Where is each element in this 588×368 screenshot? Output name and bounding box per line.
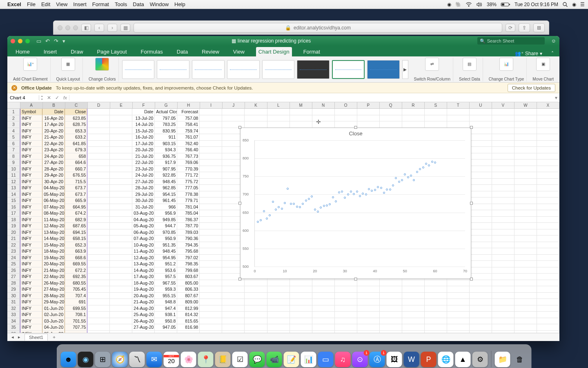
qat-undo-icon[interactable]: ↶ [45,38,50,44]
menu-data[interactable]: Data [133,1,144,7]
dock-settings[interactable]: ⚙ [472,352,488,367]
dock-powerpoint[interactable]: P [421,352,437,367]
dock-maps[interactable]: 📍 [198,352,214,367]
dock-notes[interactable]: 📝 [284,352,299,367]
chart-style-5[interactable] [262,60,295,79]
share-button[interactable]: 👥⁺Share▾ [515,51,542,56]
chart-style-6[interactable] [297,60,330,79]
control-center-icon[interactable]: ☰ [580,2,585,7]
siri-icon[interactable]: ◉ [572,2,576,7]
tab-view[interactable]: View [231,47,247,56]
tab-draw[interactable]: Draw [68,47,85,56]
dock-trash[interactable]: 🗑 [512,352,528,367]
address-bar[interactable]: 🔒 editor.analyticsvidhya.com [134,23,502,33]
add-sheet-button[interactable]: ＋ [52,334,56,340]
battery-icon[interactable] [501,2,510,7]
chart-title[interactable]: Close [241,128,471,137]
dock-downloads[interactable]: 📁 [495,352,510,367]
tab-page-layout[interactable]: Page Layout [95,47,129,56]
chart-style-3[interactable] [192,60,225,79]
quick-layout-button[interactable]: ▦ Quick Layout [54,58,83,81]
chart-style-7-selected[interactable] [332,60,365,79]
dock-podcasts[interactable]: ⊙1 [352,352,368,367]
tab-chart-design[interactable]: Chart Design [256,47,292,56]
dock-vlc[interactable]: ▲ [455,352,471,367]
add-chart-element-button[interactable]: 📊⁺ Add Chart Element [11,58,51,81]
spreadsheet-grid[interactable]: ABCDEFGHIJKLMNOPQRSTUVWX 1SymbolDateClos… [7,102,559,333]
share-button[interactable]: ⇪ [519,23,530,32]
volume-icon[interactable] [476,2,483,7]
dock-reminders[interactable]: ☑ [232,352,248,367]
dock-music[interactable]: ♫ [335,352,351,367]
chart-styles-more[interactable]: ▸ [402,60,408,79]
dock-mail[interactable]: ✉ [147,352,162,367]
chart-object[interactable]: Close 5005506006507007508008500102030405… [240,128,471,279]
fx-icon[interactable]: fx [63,95,67,100]
close-icon[interactable] [58,25,62,30]
zoom-icon[interactable] [73,25,78,30]
dock-contacts[interactable]: 📒 [215,352,231,367]
reload-button[interactable]: ⟳ [506,24,515,32]
change-colors-button[interactable]: Change Colors [86,58,119,81]
window-controls[interactable] [58,25,78,30]
dock-keynote[interactable]: ▭ [318,352,334,367]
clock[interactable]: Tue 20 Oct 9:16 PM [514,2,558,7]
tabs-overview-button[interactable]: ⊞ [533,23,545,32]
chart-plot-area[interactable]: 500550600650700750800850010203040506070 [254,140,465,267]
menu-file[interactable]: File [27,1,36,7]
sheet-nav-last[interactable]: ▸ [18,334,20,340]
menu-view[interactable]: View [56,1,67,7]
dock-numbers[interactable]: 📊 [301,352,316,367]
select-data-button[interactable]: ▤ Select Data [457,58,483,81]
dock-photos[interactable]: 🌸 [181,352,196,367]
check-for-updates-button[interactable]: Check for Updates [508,84,555,92]
qat-autosave-icon[interactable]: ▭ [36,38,41,44]
window-minimize[interactable] [18,39,22,43]
chart-style-8[interactable] [367,60,400,79]
forward-button[interactable]: › [107,24,117,32]
chart-styles-gallery[interactable]: ▸ [122,60,408,79]
chart-style-2[interactable] [157,60,189,79]
minimize-icon[interactable] [65,25,70,30]
wifi-icon[interactable] [466,2,472,7]
enter-formula-icon[interactable]: ✓ [55,95,59,101]
dock-word[interactable]: W [404,352,419,367]
dock-appstore[interactable]: Ⓐ1 [370,352,385,367]
dock-chrome[interactable]: 🌐 [438,352,454,367]
cancel-formula-icon[interactable]: ✕ [47,95,51,101]
battery-pct[interactable]: 38% [487,2,497,7]
dock-launchpad[interactable]: ⊞ [95,352,111,367]
dock-calendar[interactable]: OCT20 [164,352,179,367]
sidebar-toggle-icon[interactable]: ◧ [81,24,91,32]
tab-review[interactable]: Review [199,47,222,56]
creative-cloud-icon[interactable]: ◉ [447,2,451,7]
menu-window[interactable]: Window [150,1,169,7]
chart-style-4[interactable] [227,60,260,79]
dock-finder[interactable]: ☻ [61,352,76,367]
spotlight-icon[interactable] [562,1,568,7]
menu-tools[interactable]: Tools [115,1,127,7]
dock-activity-monitor[interactable]: 〽 [129,352,145,367]
evernote-icon[interactable]: 🐘 [455,2,461,7]
expand-formula-bar[interactable]: ▾ [553,95,559,101]
menu-format[interactable]: Format [92,1,109,7]
app-name[interactable]: Excel [7,1,21,7]
move-chart-button[interactable]: ▣ Move Chart [530,58,556,81]
menu-help[interactable]: Help [174,1,185,7]
menu-edit[interactable]: Edit [41,1,50,7]
account-icon[interactable]: ☺ [551,38,556,44]
qat-customize-icon[interactable]: ▾ [62,38,65,44]
sheet-nav-first[interactable]: ◂ [11,334,14,340]
tab-home[interactable]: Home [13,47,32,56]
window-zoom[interactable] [25,39,30,43]
tab-formulas[interactable]: Formulas [138,47,165,56]
window-close[interactable] [11,39,15,43]
menu-insert[interactable]: Insert [73,1,87,7]
tab-format[interactable]: Format [301,47,323,56]
switch-row-column-button[interactable]: ⇄ Switch Row/Column [412,58,453,81]
dock-safari[interactable]: 🧭 [112,352,128,367]
tab-data[interactable]: Data [174,47,190,56]
tab-insert[interactable]: Insert [41,47,60,56]
ribbon-collapse-icon[interactable]: ˄ [551,51,554,56]
name-box[interactable]: Chart 4 [7,95,39,100]
